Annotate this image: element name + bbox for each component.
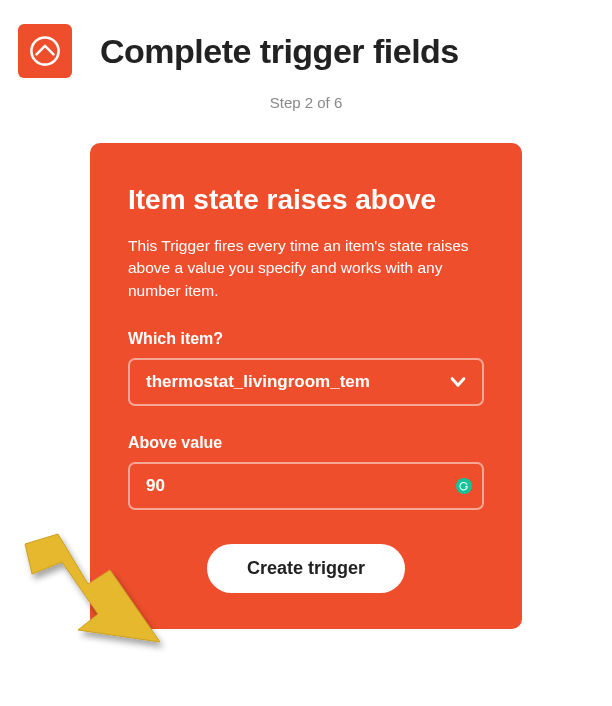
item-select-value: thermostat_livingroom_tem xyxy=(146,372,438,392)
grammarly-icon xyxy=(456,478,472,494)
trigger-card: Item state raises above This Trigger fir… xyxy=(90,143,522,629)
card-title: Item state raises above xyxy=(128,183,484,217)
service-icon xyxy=(18,24,72,78)
item-select[interactable]: thermostat_livingroom_tem xyxy=(128,358,484,406)
page-header: Complete trigger fields xyxy=(0,0,612,86)
card-description: This Trigger fires every time an item's … xyxy=(128,235,484,302)
field-label-value: Above value xyxy=(128,434,484,452)
page-title: Complete trigger fields xyxy=(100,32,459,71)
above-value-input[interactable] xyxy=(146,476,442,496)
svg-point-0 xyxy=(31,37,58,64)
above-value-input-wrap xyxy=(128,462,484,510)
field-label-item: Which item? xyxy=(128,330,484,348)
step-indicator: Step 2 of 6 xyxy=(0,94,612,111)
openhab-icon xyxy=(28,34,62,68)
create-trigger-button[interactable]: Create trigger xyxy=(207,544,405,593)
chevron-down-icon xyxy=(448,372,468,392)
